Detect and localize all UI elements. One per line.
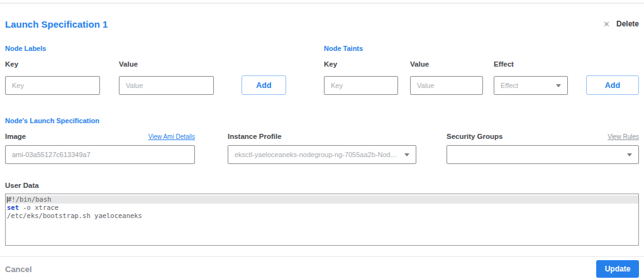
code-segment: /etc/eks/bootstrap.sh yaeloceaneks — [7, 212, 142, 219]
close-icon: ✕ — [603, 20, 610, 28]
view-rules-link[interactable]: View Rules — [608, 133, 639, 140]
instance-profile-label: Instance Profile — [228, 133, 282, 140]
instance-profile-field: Instance Profile eksctl-yaeloceaneks-nod… — [228, 133, 416, 164]
image-input[interactable] — [5, 145, 195, 164]
node-labels-value-field: Value — [119, 61, 214, 95]
top-divider — [0, 3, 644, 4]
user-data-label: User Data — [5, 182, 639, 189]
labels-taints-row: Node Labels Key Value Add Node Taints Ke… — [5, 45, 639, 95]
node-taints-section: Node Taints Key Value Effect Effect — [324, 45, 639, 95]
node-taints-value-input[interactable] — [410, 76, 483, 95]
node-taints-key-input[interactable] — [324, 76, 398, 95]
update-button[interactable]: Update — [596, 260, 639, 278]
node-labels-key-label: Key — [5, 61, 100, 68]
node-labels-key-field: Key — [5, 61, 100, 95]
security-groups-label: Security Groups — [447, 133, 502, 140]
instance-profile-value: eksctl-yaeloceaneks-nodegroup-ng-7055aa2… — [235, 151, 399, 158]
security-groups-label-row: Security Groups View Rules — [447, 133, 639, 141]
image-label: Image — [5, 133, 26, 140]
chevron-down-icon — [404, 153, 409, 156]
code-keyword: set — [7, 204, 19, 211]
instance-profile-label-row: Instance Profile — [228, 133, 416, 141]
launch-spec-row: Image View Ami Details Instance Profile … — [5, 133, 639, 164]
node-taints-effect-select[interactable]: Effect — [494, 76, 568, 95]
node-taints-fields: Key Value Effect Effect Add — [324, 61, 639, 95]
page-title: Launch Specification 1 — [5, 19, 108, 30]
view-ami-details-link[interactable]: View Ami Details — [148, 133, 195, 140]
footer-bar: Cancel Update — [0, 256, 644, 279]
code-line: /etc/eks/bootstrap.sh yaeloceaneks — [6, 212, 638, 220]
chevron-down-icon — [627, 153, 632, 156]
security-groups-field: Security Groups View Rules — [447, 133, 639, 164]
node-labels-section: Node Labels Key Value Add — [5, 45, 286, 95]
code-line: #!/bin/bash — [6, 195, 638, 204]
launch-spec-panel: Launch Specification 1 ✕ Delete Node Lab… — [0, 18, 644, 246]
security-groups-select[interactable] — [447, 145, 639, 164]
node-taints-effect-field: Effect Effect — [494, 61, 568, 95]
code-line: set -o xtrace — [6, 204, 638, 212]
launch-spec-title: Node's Launch Specification — [5, 118, 639, 124]
delete-button[interactable]: ✕ Delete — [603, 19, 639, 28]
code-segment: -o xtrace — [19, 204, 58, 211]
chevron-down-icon — [556, 84, 561, 87]
node-taints-add-button[interactable]: Add — [586, 75, 639, 95]
cancel-button[interactable]: Cancel — [5, 265, 32, 274]
node-taints-key-label: Key — [324, 61, 398, 68]
node-taints-key-field: Key — [324, 61, 398, 95]
image-field: Image View Ami Details — [5, 133, 195, 164]
code-segment: #!/bin/bash — [8, 195, 52, 203]
node-labels-key-input[interactable] — [5, 76, 100, 95]
node-labels-fields: Key Value Add — [5, 61, 286, 95]
node-taints-title: Node Taints — [324, 45, 639, 52]
delete-button-label: Delete — [616, 19, 639, 28]
node-taints-effect-label: Effect — [494, 61, 568, 68]
node-labels-add-button[interactable]: Add — [242, 75, 286, 95]
panel-header: Launch Specification 1 ✕ Delete — [5, 18, 639, 30]
node-taints-value-label: Value — [410, 61, 483, 68]
instance-profile-select[interactable]: eksctl-yaeloceaneks-nodegroup-ng-7055aa2… — [228, 145, 416, 164]
image-label-row: Image View Ami Details — [5, 133, 195, 141]
user-data-editor[interactable]: #!/bin/bash set -o xtrace /etc/eks/boots… — [5, 194, 639, 246]
node-labels-value-label: Value — [119, 61, 214, 68]
node-labels-value-input[interactable] — [119, 76, 214, 95]
node-taints-value-field: Value — [410, 61, 483, 95]
effect-select-placeholder: Effect — [501, 82, 518, 89]
node-labels-title: Node Labels — [5, 45, 286, 52]
